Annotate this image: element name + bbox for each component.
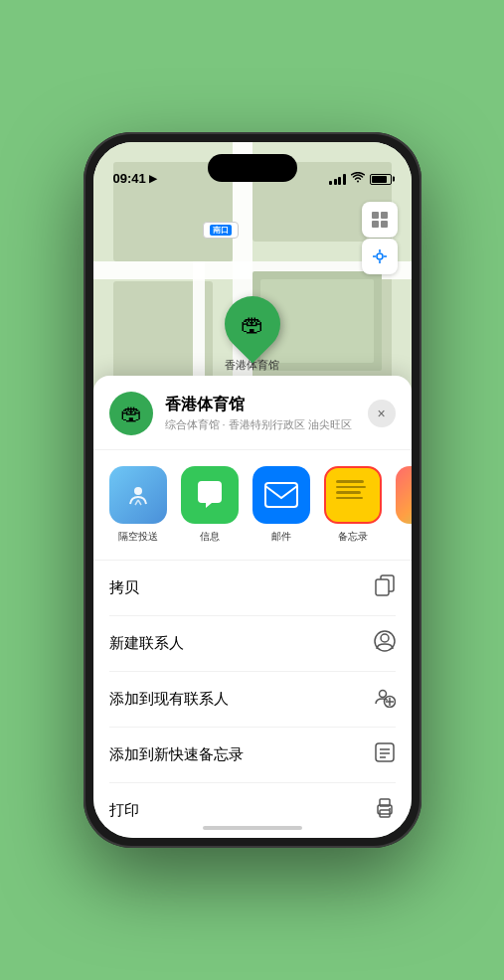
mail-icon <box>252 466 310 524</box>
phone-frame: 09:41 ▶ <box>84 132 421 848</box>
wifi-icon <box>351 172 365 186</box>
airdrop-icon <box>109 466 167 524</box>
svg-point-21 <box>134 487 142 495</box>
signal-bars-icon <box>329 174 346 185</box>
share-airdrop-item[interactable]: 隔空投送 <box>109 466 167 544</box>
svg-rect-31 <box>376 743 394 761</box>
new-contact-icon <box>374 630 396 657</box>
location-info: 香港体育馆 综合体育馆 · 香港特别行政区 油尖旺区 <box>165 395 356 432</box>
svg-point-25 <box>381 634 389 642</box>
share-mail-item[interactable]: 邮件 <box>252 466 310 544</box>
share-more-item[interactable]: 推 <box>396 466 412 544</box>
svg-point-16 <box>377 253 383 259</box>
share-row: 隔空投送 信息 <box>93 450 412 561</box>
location-arrow-icon: ▶ <box>149 173 157 184</box>
print-label: 打印 <box>109 801 139 820</box>
new-contact-label: 新建联系人 <box>109 634 184 653</box>
phone-screen: 09:41 ▶ <box>93 142 412 838</box>
action-new-contact[interactable]: 新建联系人 <box>109 616 396 672</box>
map-view-toggle-button[interactable] <box>362 202 398 238</box>
copy-label: 拷贝 <box>109 578 139 597</box>
more-icon <box>396 466 412 524</box>
svg-point-27 <box>379 691 386 698</box>
svg-rect-22 <box>265 483 297 507</box>
venue-icon: 🏟 <box>109 392 153 435</box>
action-copy[interactable]: 拷贝 <box>109 561 396 616</box>
print-icon <box>374 797 396 824</box>
svg-rect-14 <box>372 221 379 228</box>
map-controls[interactable] <box>362 202 398 274</box>
add-existing-label: 添加到现有联系人 <box>109 690 229 709</box>
svg-point-38 <box>389 808 391 810</box>
copy-icon <box>374 574 396 601</box>
add-existing-contact-icon <box>374 686 396 713</box>
venue-description: 综合体育馆 · 香港特别行政区 油尖旺区 <box>165 417 356 432</box>
close-button[interactable]: × <box>368 400 396 427</box>
notes-icon <box>324 466 382 524</box>
mail-label: 邮件 <box>271 530 291 544</box>
bottom-sheet: 🏟 香港体育馆 综合体育馆 · 香港特别行政区 油尖旺区 × <box>93 376 412 838</box>
add-quick-note-label: 添加到新快速备忘录 <box>109 745 244 764</box>
svg-rect-15 <box>381 221 388 228</box>
action-add-existing-contact[interactable]: 添加到现有联系人 <box>109 672 396 728</box>
notes-label: 备忘录 <box>338 530 368 544</box>
share-messages-item[interactable]: 信息 <box>181 466 239 544</box>
dynamic-island <box>208 154 297 182</box>
location-header: 🏟 香港体育馆 综合体育馆 · 香港特别行政区 油尖旺区 × <box>93 392 412 450</box>
svg-rect-12 <box>372 212 379 219</box>
messages-label: 信息 <box>200 530 220 544</box>
action-add-quick-note[interactable]: 添加到新快速备忘录 <box>109 728 396 783</box>
quick-note-icon <box>374 741 396 768</box>
share-notes-item[interactable]: 备忘录 <box>324 466 382 544</box>
home-indicator <box>203 826 302 830</box>
airdrop-label: 隔空投送 <box>118 530 158 544</box>
svg-rect-13 <box>381 212 388 219</box>
venue-title: 香港体育馆 <box>165 395 356 415</box>
status-icons <box>329 172 392 186</box>
battery-icon <box>370 174 392 185</box>
messages-icon <box>181 466 239 524</box>
location-pin: 🏟 香港体育馆 <box>225 296 280 373</box>
status-time: 09:41 ▶ <box>113 171 157 186</box>
map-location-label: 南口 <box>203 222 239 239</box>
time-label: 09:41 <box>113 171 146 186</box>
svg-rect-24 <box>376 579 389 595</box>
action-list: 拷贝 新建联系人 <box>93 561 412 838</box>
location-button[interactable] <box>362 239 398 274</box>
